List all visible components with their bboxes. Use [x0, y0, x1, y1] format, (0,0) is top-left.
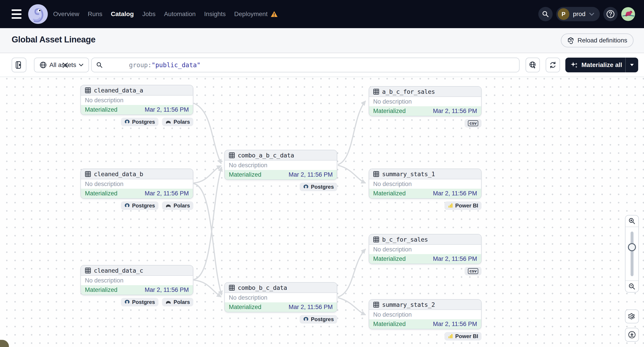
zoom-slider-handle[interactable] [628, 243, 636, 251]
download-image-button[interactable] [625, 328, 639, 342]
asset-name: cleaned_data_c [94, 267, 143, 274]
postgres-icon [124, 119, 130, 125]
refresh-button[interactable] [546, 58, 560, 72]
asset-description: No description [369, 179, 481, 189]
table-icon [85, 268, 91, 274]
asset-description: No description [225, 293, 337, 302]
reload-definitions-button[interactable]: Reload definitions [561, 33, 634, 47]
asset-search-input[interactable]: group:"public_data" [91, 58, 520, 72]
asset-description: No description [369, 310, 481, 319]
polars-icon [165, 119, 172, 124]
asset-description: No description [81, 276, 193, 285]
asset-description: No description [81, 179, 193, 189]
materialization-timestamp: Mar 2, 11:56 PM [433, 108, 477, 115]
asset-node-summary_stats_2[interactable]: summary_stats_2 No description Materiali… [369, 299, 482, 329]
table-icon [373, 302, 379, 308]
postgres-icon [124, 203, 130, 209]
search-icon [96, 62, 103, 68]
tag-postgres[interactable]: Postgres [300, 183, 337, 191]
asset-description: No description [369, 97, 481, 106]
asset-name: summary_stats_2 [382, 301, 435, 308]
asset-node-cleaned_data_c[interactable]: cleaned_data_c No description Materializ… [80, 265, 193, 295]
tag-csv[interactable]: csv [464, 119, 482, 127]
warning-icon [270, 11, 278, 17]
csv-badge: csv [468, 120, 478, 126]
tag-polars[interactable]: Polars [162, 201, 193, 210]
materialization-timestamp: Mar 2, 11:56 PM [144, 190, 189, 197]
asset-name: summary_stats_1 [382, 171, 435, 178]
asset-node-combo_a_b_c_data[interactable]: combo_a_b_c_data No description Material… [224, 150, 337, 180]
polars-icon [165, 300, 172, 305]
asset-node-cleaned_data_b[interactable]: cleaned_data_b No description Materializ… [80, 169, 193, 199]
zoom-out-button[interactable] [626, 281, 638, 292]
table-icon [229, 152, 235, 158]
tag-postgres[interactable]: Postgres [300, 315, 337, 324]
help-button[interactable] [603, 7, 618, 21]
status-badge: Materialized [229, 171, 262, 178]
polars-icon [165, 203, 172, 208]
deployment-avatar: P [558, 8, 569, 20]
page-header: Global Asset Lineage Reload definitions [0, 28, 644, 53]
nav-item-automation[interactable]: Automation [164, 10, 196, 18]
materialization-timestamp: Mar 2, 11:56 PM [433, 256, 477, 262]
refresh-icon [549, 61, 557, 69]
materialization-timestamp: Mar 2, 11:56 PM [144, 287, 189, 293]
zoom-in-button[interactable] [626, 216, 638, 227]
globe-plus-icon [529, 61, 536, 69]
page-title: Global Asset Lineage [12, 35, 96, 44]
clear-search-button[interactable] [61, 61, 70, 70]
status-badge: Materialized [373, 256, 406, 262]
tag-postgres[interactable]: Postgres [121, 298, 158, 306]
search-icon [542, 10, 549, 18]
nav-item-overview[interactable]: Overview [53, 10, 79, 18]
asset-node-cleaned_data_a[interactable]: cleaned_data_a No description Materializ… [80, 85, 193, 115]
status-badge: Materialized [229, 304, 262, 311]
tag-polars[interactable]: Polars [162, 298, 193, 306]
zoom-in-icon [628, 218, 636, 225]
dagster-logo[interactable] [28, 4, 48, 24]
asset-node-combo_b_c_data[interactable]: combo_b_c_data No description Materializ… [224, 282, 337, 312]
zoom-out-icon [628, 283, 636, 290]
graph-scope-button[interactable] [526, 58, 540, 72]
download-icon [628, 331, 636, 339]
asset-name: combo_b_c_data [238, 284, 287, 291]
nav-item-catalog[interactable]: Catalog [111, 10, 134, 18]
zoom-slider[interactable] [630, 232, 634, 276]
nav-right-cluster: P prod [538, 0, 635, 28]
powerbi-icon [448, 334, 453, 339]
graph-settings-button[interactable] [625, 310, 639, 323]
asset-node-b_c_for_sales[interactable]: b_c_for_sales No description Materialize… [369, 234, 482, 264]
search-query-prefix: group: [129, 61, 152, 69]
asset-name: b_c_for_sales [382, 236, 428, 243]
asset-node-a_b_c_for_sales[interactable]: a_b_c_for_sales No description Materiali… [369, 86, 482, 116]
hamburger-menu-icon[interactable] [12, 9, 22, 19]
powerbi-icon [448, 203, 453, 208]
tag-postgres[interactable]: Postgres [121, 201, 158, 210]
csv-badge: csv [468, 268, 478, 274]
asset-name: cleaned_data_a [94, 87, 143, 94]
table-icon [373, 171, 379, 177]
deployment-switcher[interactable]: P prod [556, 7, 600, 21]
tag-powerbi[interactable]: Power BI [444, 201, 482, 210]
tag-csv[interactable]: csv [464, 267, 482, 275]
user-avatar[interactable] [621, 7, 635, 21]
asset-name: a_b_c_for_sales [382, 88, 435, 95]
sidebar-toggle-button[interactable] [12, 58, 26, 72]
asset-node-summary_stats_1[interactable]: summary_stats_1 No description Materiali… [369, 169, 482, 199]
table-icon [373, 89, 379, 95]
tag-postgres[interactable]: Postgres [121, 118, 158, 126]
search-query-value: "public_data" [152, 61, 200, 69]
search-button[interactable] [538, 7, 552, 21]
nav-item-runs[interactable]: Runs [88, 10, 102, 18]
nav-item-insights[interactable]: Insights [204, 10, 226, 18]
chevron-down-icon [589, 12, 594, 16]
asset-name: combo_a_b_c_data [238, 152, 294, 159]
tag-powerbi[interactable]: Power BI [444, 332, 482, 341]
nav-item-deployment[interactable]: Deployment [234, 10, 268, 18]
materialize-all-button[interactable]: Materialize all [565, 58, 638, 72]
deployment-name: prod [573, 10, 586, 18]
tag-polars[interactable]: Polars [162, 118, 193, 126]
materialize-options-button[interactable] [625, 58, 638, 72]
materialization-timestamp: Mar 2, 11:56 PM [288, 304, 333, 311]
nav-item-jobs[interactable]: Jobs [142, 10, 156, 18]
